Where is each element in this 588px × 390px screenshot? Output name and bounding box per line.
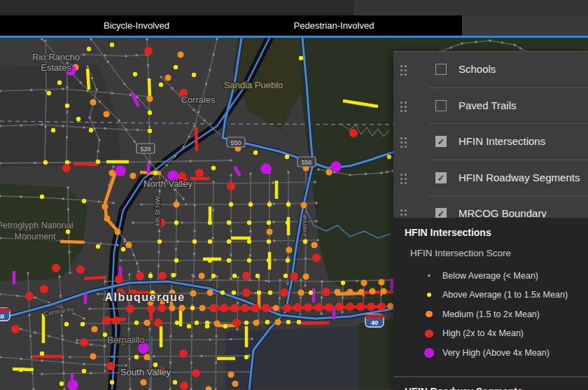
hfin-intersection-point[interactable]	[303, 239, 307, 244]
hfin-intersection-point[interactable]	[248, 202, 253, 207]
hfin-intersection-point[interactable]	[76, 117, 80, 121]
hfin-intersection-point[interactable]	[267, 221, 271, 225]
hfin-intersection-point[interactable]	[40, 195, 44, 199]
drag-handle-icon[interactable]	[400, 102, 402, 104]
hfin-intersection-point[interactable]	[330, 161, 342, 172]
hfin-intersection-point[interactable]	[312, 253, 321, 262]
hfin-intersection-point[interactable]	[57, 81, 62, 85]
hfin-intersection-point[interactable]	[223, 324, 227, 328]
hfin-intersection-point[interactable]	[90, 353, 96, 359]
hfin-intersection-point[interactable]	[11, 325, 20, 333]
hfin-intersection-point[interactable]	[242, 288, 251, 297]
hfin-intersection-point[interactable]	[103, 333, 107, 337]
hfin-intersection-point[interactable]	[205, 324, 209, 328]
hfin-intersection-point[interactable]	[283, 304, 291, 312]
hfin-intersection-point[interactable]	[179, 349, 188, 358]
hfin-intersection-point[interactable]	[314, 303, 323, 312]
hfin-intersection-point[interactable]	[335, 302, 344, 311]
hfin-intersection-point[interactable]	[358, 288, 364, 295]
hfin-intersection-point[interactable]	[300, 202, 307, 208]
hfin-intersection-point[interactable]	[209, 304, 218, 312]
hfin-intersection-point[interactable]	[108, 169, 115, 176]
hfin-intersection-point[interactable]	[133, 72, 137, 76]
hfin-intersection-point[interactable]	[244, 321, 248, 325]
hfin-intersection-point[interactable]	[80, 338, 88, 347]
hfin-intersection-point[interactable]	[255, 274, 260, 278]
hfin-intersection-point[interactable]	[180, 382, 188, 390]
hfin-intersection-point[interactable]	[232, 380, 238, 386]
hfin-intersection-point[interactable]	[244, 355, 248, 359]
hfin-intersection-point[interactable]	[229, 202, 233, 207]
hfin-intersection-point[interactable]	[154, 319, 162, 327]
layer-row-mrcog-boundary[interactable]: ✓MRCOG Boundary	[393, 196, 588, 218]
hfin-intersection-point[interactable]	[356, 302, 365, 311]
hfin-intersection-point[interactable]	[187, 324, 191, 328]
hfin-intersection-point[interactable]	[96, 244, 100, 249]
hfin-intersection-point[interactable]	[89, 128, 93, 132]
hfin-roadway-segment[interactable]	[364, 292, 392, 293]
hfin-intersection-point[interactable]	[267, 202, 272, 207]
hfin-roadway-segment[interactable]	[149, 78, 150, 98]
hfin-intersection-point[interactable]	[380, 288, 386, 294]
hfin-intersection-point[interactable]	[232, 274, 237, 278]
hfin-intersection-point[interactable]	[174, 221, 178, 225]
hfin-intersection-point[interactable]	[195, 169, 204, 177]
hfin-intersection-point[interactable]	[164, 74, 171, 81]
hfin-intersection-point[interactable]	[190, 290, 196, 296]
hfin-intersection-point[interactable]	[293, 303, 302, 312]
hfin-intersection-point[interactable]	[43, 160, 48, 165]
hfin-roadway-segment[interactable]	[140, 172, 161, 174]
hfin-intersection-point[interactable]	[144, 319, 150, 326]
hfin-intersection-point[interactable]	[40, 351, 44, 356]
hfin-intersection-point[interactable]	[211, 166, 216, 170]
hfin-intersection-point[interactable]	[341, 281, 345, 285]
hfin-intersection-point[interactable]	[199, 305, 205, 311]
hfin-intersection-point[interactable]	[311, 242, 317, 248]
hfin-intersection-point[interactable]	[267, 258, 271, 263]
hfin-intersection-point[interactable]	[140, 379, 146, 385]
hfin-intersection-point[interactable]	[286, 202, 290, 207]
hfin-intersection-point[interactable]	[80, 322, 85, 326]
hfin-intersection-point[interactable]	[378, 279, 384, 285]
hfin-roadway-segment[interactable]	[84, 277, 105, 279]
hfin-intersection-point[interactable]	[230, 304, 239, 312]
hfin-intersection-point[interactable]	[377, 302, 386, 311]
hfin-intersection-point[interactable]	[19, 368, 23, 372]
hfin-intersection-point[interactable]	[232, 319, 241, 327]
hfin-intersection-point[interactable]	[159, 83, 163, 87]
hfin-intersection-point[interactable]	[220, 291, 225, 295]
layer-checkbox-schools[interactable]	[435, 64, 447, 75]
hfin-intersection-point[interactable]	[87, 47, 91, 51]
hfin-roadway-segment[interactable]	[301, 323, 329, 323]
hfin-intersection-point[interactable]	[64, 322, 69, 326]
hfin-intersection-point[interactable]	[325, 303, 333, 312]
hfin-intersection-point[interactable]	[302, 273, 309, 279]
hfin-intersection-point[interactable]	[280, 288, 288, 297]
layer-row-paved-trails[interactable]: Paved Trails	[393, 88, 588, 125]
hfin-intersection-point[interactable]	[59, 382, 64, 386]
hfin-intersection-point[interactable]	[266, 228, 272, 235]
hfin-intersection-point[interactable]	[260, 163, 272, 174]
hfin-intersection-point[interactable]	[104, 215, 110, 221]
hfin-intersection-point[interactable]	[178, 305, 185, 311]
hfin-intersection-point[interactable]	[304, 303, 312, 312]
hfin-intersection-point[interactable]	[134, 355, 139, 359]
hfin-intersection-point[interactable]	[267, 239, 271, 244]
hfin-intersection-point[interactable]	[198, 272, 204, 279]
hfin-intersection-point[interactable]	[90, 99, 96, 105]
hfin-intersection-point[interactable]	[286, 221, 290, 225]
hfin-intersection-point[interactable]	[262, 304, 270, 312]
hfin-intersection-point[interactable]	[387, 155, 391, 159]
hfin-intersection-point[interactable]	[274, 319, 281, 325]
hfin-intersection-point[interactable]	[174, 258, 178, 263]
hfin-intersection-point[interactable]	[158, 304, 166, 312]
drag-handle-icon[interactable]	[400, 174, 402, 176]
hfin-intersection-point[interactable]	[265, 320, 270, 324]
hfin-roadway-segment[interactable]	[88, 69, 89, 90]
hfin-intersection-point[interactable]	[76, 265, 85, 274]
hfin-intersection-point[interactable]	[25, 292, 34, 300]
hfin-intersection-point[interactable]	[208, 239, 212, 244]
layer-checkbox-hfin-intersections[interactable]: ✓	[435, 136, 447, 147]
hfin-intersection-point[interactable]	[208, 258, 212, 263]
hfin-intersection-point[interactable]	[115, 165, 126, 176]
